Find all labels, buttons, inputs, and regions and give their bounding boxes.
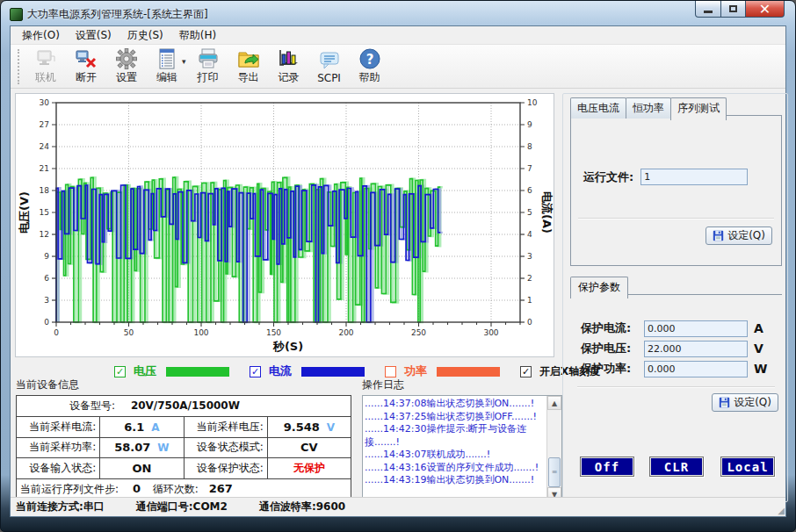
toolbar-disconnect-button[interactable]: 断开: [66, 47, 106, 85]
svg-text:3: 3: [527, 252, 532, 261]
toolbar-printer-button[interactable]: 打印: [188, 47, 228, 85]
svg-text:300: 300: [483, 328, 498, 337]
menu-item-1[interactable]: 设置(S): [68, 26, 119, 45]
toolbar-grip[interactable]: [18, 49, 20, 84]
resize-grip-icon[interactable]: ◢: [778, 506, 785, 515]
legend-checkbox-voltage[interactable]: ✓: [114, 366, 126, 377]
log-line: ......14:43:19输出状态切换到ON.......!: [365, 474, 545, 487]
help-icon: ?: [358, 47, 381, 70]
table-row: 当前采样电流: 6.1A 当前采样电压: 9.548V: [17, 416, 351, 437]
svg-text:200: 200: [338, 328, 353, 337]
protect-current-label: 保护电流:: [581, 320, 644, 336]
client-area: 操作(O)设置(S)历史(S)帮助(H) 联机断开设置编辑▾打印导出记录SCPI…: [10, 25, 786, 517]
input-state-value: ON: [132, 462, 151, 475]
toolbar-item-label: 导出: [238, 70, 259, 85]
svg-text:6: 6: [527, 186, 532, 195]
local-button[interactable]: Local: [720, 457, 775, 477]
svg-text:7: 7: [527, 164, 532, 173]
input-state-label: 设备输入状态:: [17, 458, 100, 479]
svg-text:18: 18: [40, 186, 50, 195]
svg-text:0: 0: [527, 318, 532, 327]
svg-text:150: 150: [266, 328, 281, 337]
legend-color-bar: [437, 367, 500, 377]
tab-sequence-test[interactable]: 序列测试: [670, 97, 727, 120]
svg-text:10: 10: [527, 98, 538, 107]
scrollbar-thumb[interactable]: ≡: [548, 457, 561, 487]
x-axis-ticks-checkbox[interactable]: ✓: [520, 366, 532, 377]
log-scrollbar[interactable]: ▲ ≡ ▼: [546, 396, 561, 501]
settings-gear-icon: [115, 47, 138, 70]
loop-count-value: 267: [209, 482, 233, 495]
window-title: 大功率电源系列管理系统-[系统主界面]: [27, 7, 208, 22]
edit-list-icon: [156, 47, 178, 70]
legend-checkbox-current[interactable]: ✓: [250, 366, 261, 377]
toolbar-record-chart-button[interactable]: 记录: [269, 47, 309, 85]
svg-text:21: 21: [40, 164, 49, 173]
toolbar-scpi-bubble-button[interactable]: SCPI: [309, 49, 350, 84]
model-value: 20V/750A/15000W: [131, 399, 240, 412]
status-bar: 当前连接方式:串口通信端口号:COM2通信波特率:9600: [11, 497, 785, 516]
off-button[interactable]: Off: [580, 457, 634, 477]
protection-group: 保护参数 保护电流: A 保护电压: V 保护功率:: [570, 277, 782, 419]
seq-step-label: 当前运行序列文件步:: [20, 483, 119, 495]
protect-power-input[interactable]: [644, 361, 748, 377]
menu-item-0[interactable]: 操作(O): [14, 26, 68, 45]
toolbar-item-label: 断开: [76, 70, 97, 85]
svg-text:0: 0: [54, 328, 59, 337]
table-row: 当前采样功率: 58.07W 设备状态模式: CV: [17, 437, 351, 458]
run-file-label: 运行文件:: [583, 169, 633, 185]
log-lines: ......14:37:08输出状态切换到ON.......!......14:…: [365, 398, 545, 487]
close-button[interactable]: ✕: [746, 1, 785, 18]
chart-canvas: 0369121518212427300123456789100501001502…: [16, 94, 554, 356]
minimize-button[interactable]: [695, 1, 721, 18]
svg-text:3: 3: [44, 296, 49, 305]
svg-text:电流(A): 电流(A): [540, 191, 554, 234]
protect-state-label: 设备保护状态:: [184, 458, 267, 479]
toolbar-item-label: 打印: [198, 70, 219, 85]
right-panel: 电压电流恒功率序列测试 运行文件: 设定(Q): [562, 93, 788, 502]
device-mode-value: CV: [300, 441, 318, 454]
scroll-up-icon[interactable]: ▲: [547, 396, 561, 410]
menu-item-2[interactable]: 历史(S): [119, 26, 171, 45]
menu-item-3[interactable]: 帮助(H): [171, 26, 224, 45]
toolbar-edit-list-button[interactable]: 编辑: [147, 47, 187, 85]
save-icon: [713, 230, 724, 241]
table-row: 设备输入状态: ON 设备保护状态: 无保护: [17, 458, 351, 479]
tab-voltage-current[interactable]: 电压电流: [570, 97, 626, 119]
legend-checkbox-power[interactable]: [385, 366, 396, 377]
legend-color-bar: [301, 367, 365, 377]
control-buttons: OffCLRLocal: [563, 457, 787, 483]
protect-state-value: 无保护: [293, 462, 325, 474]
run-file-input[interactable]: [640, 169, 748, 185]
svg-text:0: 0: [44, 318, 49, 327]
close-icon: ✕: [759, 1, 771, 18]
disconnect-icon: [75, 47, 98, 70]
svg-text:100: 100: [193, 328, 208, 337]
protect-voltage-input[interactable]: [644, 341, 748, 357]
protect-current-input[interactable]: [644, 320, 748, 337]
log-line: ......14:43:16设置的序列文件成功.......!: [365, 462, 545, 475]
table-row: 设备型号: 20V/750A/15000W: [17, 396, 351, 417]
sample-voltage-label: 当前采样电压:: [184, 416, 267, 437]
maximize-button[interactable]: [721, 1, 746, 18]
status-item-0: 当前连接方式:串口: [16, 500, 105, 514]
toolbar-item-label: 记录: [279, 70, 300, 85]
sample-voltage-value: 9.548: [284, 421, 320, 434]
toolbar-export-folder-button[interactable]: 导出: [228, 47, 269, 85]
toolbar-help-button[interactable]: ?帮助: [350, 47, 390, 85]
sequence-set-button[interactable]: 设定(Q): [706, 226, 772, 245]
toolbar-item-label: SCPI: [317, 72, 341, 84]
svg-text:8: 8: [527, 142, 532, 151]
clr-button[interactable]: CLR: [649, 457, 704, 477]
loop-count-label: 循环次数:: [153, 483, 199, 495]
protection-set-button[interactable]: 设定(Q): [712, 393, 778, 412]
protection-tab[interactable]: 保护参数: [570, 277, 628, 298]
protect-voltage-label: 保护电压:: [581, 341, 644, 356]
tab-constant-power[interactable]: 恒功率: [626, 97, 671, 119]
toolbar-settings-gear-button[interactable]: 设置: [106, 47, 147, 85]
status-item-2: 通信波特率:9600: [259, 500, 345, 514]
sample-current-label: 当前采样电流:: [17, 416, 100, 437]
log-line: ......14:43:07联机成功.......!: [365, 449, 545, 462]
edit-dropdown-caret-icon[interactable]: ▾: [182, 57, 186, 66]
svg-text:?: ?: [365, 52, 373, 68]
